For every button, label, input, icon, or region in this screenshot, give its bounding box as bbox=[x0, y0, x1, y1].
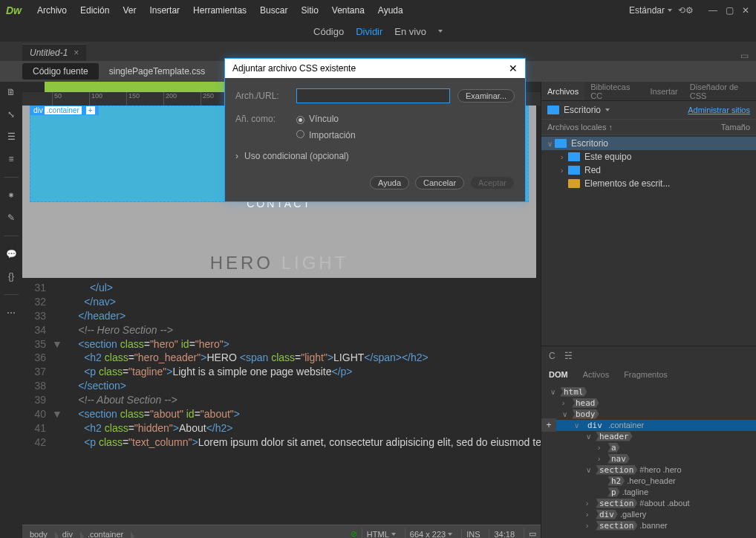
dom-tree-row[interactable]: ∨section #hero .hero bbox=[541, 464, 756, 476]
error-icon[interactable]: ⊘ bbox=[351, 529, 357, 538]
manage-sites-link[interactable]: Administrar sitios bbox=[688, 106, 750, 114]
crumb-container[interactable]: .container bbox=[80, 530, 131, 539]
sync-icon[interactable]: ⟲⚙ bbox=[678, 5, 694, 16]
code-icon[interactable]: ≡ bbox=[5, 153, 17, 165]
expand-icon[interactable]: ⤡ bbox=[5, 108, 17, 120]
workspace-selector[interactable]: Estándar bbox=[629, 5, 672, 16]
workspace-label: Estándar bbox=[629, 5, 665, 16]
overflow-icon[interactable]: ▭ bbox=[524, 528, 541, 538]
browse-button[interactable]: Examinar... bbox=[457, 89, 515, 103]
minimize-icon[interactable]: ― bbox=[708, 6, 717, 15]
document-tab[interactable]: Untitled-1 × bbox=[22, 44, 86, 61]
dialog-titlebar[interactable]: Adjuntar archivo CSS existente ✕ bbox=[225, 59, 525, 78]
refresh-icon[interactable]: C bbox=[549, 351, 555, 361]
menu-view[interactable]: Ver bbox=[116, 5, 143, 16]
add-node-icon[interactable]: + bbox=[541, 418, 556, 432]
dom-tree-row[interactable]: ∨header bbox=[541, 431, 756, 442]
crumb-div[interactable]: div bbox=[55, 530, 80, 539]
dom-tree-row[interactable]: +∨div .container bbox=[541, 420, 756, 431]
file-icon[interactable]: 🗎 bbox=[5, 86, 17, 98]
view-code[interactable]: Código bbox=[313, 26, 344, 37]
dom-tree-row[interactable]: p .tagline bbox=[541, 487, 756, 498]
chip-add-icon[interactable]: + bbox=[86, 106, 95, 114]
brush-icon[interactable]: ✎ bbox=[5, 212, 17, 224]
file-url-input[interactable] bbox=[296, 88, 450, 103]
tab-title: Untitled-1 bbox=[30, 48, 68, 58]
site-root-selector[interactable]: Escritorio Administrar sitios bbox=[541, 101, 756, 119]
tab-dom[interactable]: DOM bbox=[541, 370, 576, 379]
dom-tree-row[interactable]: ›nav bbox=[541, 453, 756, 464]
menu-tools[interactable]: Herramientas bbox=[186, 5, 253, 16]
view-split[interactable]: Dividir bbox=[356, 26, 382, 37]
menu-find[interactable]: Buscar bbox=[253, 5, 294, 16]
menu-site[interactable]: Sitio bbox=[294, 5, 325, 16]
dom-tree[interactable]: ∨html›head∨body+∨div .container∨header›a… bbox=[541, 383, 756, 539]
menu-insert[interactable]: Insertar bbox=[143, 5, 186, 16]
dom-tree-row[interactable]: ›a bbox=[541, 442, 756, 453]
insert-mode[interactable]: INS bbox=[461, 528, 484, 539]
cancel-button[interactable]: Cancelar bbox=[415, 176, 464, 189]
encoding-selector[interactable]: HTML bbox=[362, 528, 400, 539]
files-panel-tabs: Archivos Bibliotecas CC Insertar Diseñad… bbox=[541, 82, 756, 101]
label-file-url: Arch./URL: bbox=[235, 91, 289, 101]
menu-edit[interactable]: Edición bbox=[74, 5, 116, 16]
close-icon[interactable]: ✕ bbox=[741, 6, 750, 15]
dom-tree-row[interactable]: ∨html bbox=[541, 386, 756, 398]
close-tab-icon[interactable]: × bbox=[74, 48, 79, 58]
tab-assets[interactable]: Activos bbox=[576, 370, 616, 379]
folder-icon bbox=[547, 106, 559, 114]
col-local-files[interactable]: Archivos locales ↑ bbox=[547, 123, 721, 132]
tab-css[interactable]: Diseñador de CSS bbox=[684, 82, 756, 100]
conditional-label: Uso condicional (opcional) bbox=[244, 151, 349, 161]
dialog-close-icon[interactable]: ✕ bbox=[509, 62, 518, 74]
menu-file[interactable]: Archivo bbox=[30, 5, 74, 16]
list-icon[interactable]: ☰ bbox=[5, 131, 17, 143]
separator bbox=[4, 294, 19, 295]
file-tree-row[interactable]: Elementos de escrit... bbox=[541, 177, 756, 190]
file-tree-row[interactable]: ›Este equipo bbox=[541, 150, 756, 163]
tab-insert[interactable]: Insertar bbox=[644, 82, 683, 100]
comment-icon[interactable]: 💬 bbox=[5, 248, 17, 260]
dom-tree-row[interactable]: ›div .gallery bbox=[541, 509, 756, 520]
dom-tree-row[interactable]: ›section #about .about bbox=[541, 498, 756, 509]
more-icon[interactable]: ⋯ bbox=[5, 307, 17, 319]
left-toolbar: 🗎 ⤡ ☰ ≡ ⁕ ✎ 💬 {} ⋯ bbox=[0, 82, 22, 538]
radio-import-label: Importación bbox=[309, 130, 356, 140]
chevron-down-icon bbox=[605, 108, 610, 111]
col-size[interactable]: Tamaño bbox=[721, 123, 750, 132]
code-editor[interactable]: 31 </ul>32 </nav>33 </header>34 <!-- Her… bbox=[22, 278, 541, 525]
bracket-icon[interactable]: {} bbox=[5, 270, 17, 282]
radio-link[interactable] bbox=[296, 116, 304, 124]
dom-tree-row[interactable]: ›section .banner bbox=[541, 520, 756, 531]
radio-import[interactable] bbox=[296, 130, 304, 138]
tab-cc[interactable]: Bibliotecas CC bbox=[584, 82, 644, 100]
subtab-source[interactable]: Código fuente bbox=[22, 63, 99, 80]
dom-tree-row[interactable]: h2 .hero_header bbox=[541, 476, 756, 487]
dimensions-selector[interactable]: 664 x 223 bbox=[405, 528, 457, 539]
collapse-icon[interactable]: ☵ bbox=[564, 351, 573, 361]
chip-class: .container bbox=[45, 106, 82, 114]
menu-window[interactable]: Ventana bbox=[325, 5, 371, 16]
tab-overflow-icon[interactable]: ▭ bbox=[740, 51, 749, 61]
wand-icon[interactable]: ⁕ bbox=[5, 189, 17, 201]
dom-tree-row[interactable]: ›head bbox=[541, 398, 756, 409]
file-tree-row[interactable]: ›Red bbox=[541, 163, 756, 177]
file-tree-row[interactable]: ∨Escritorio bbox=[541, 137, 756, 150]
crumb-body[interactable]: body bbox=[22, 530, 55, 539]
element-selector-chip[interactable]: div .container + bbox=[30, 106, 99, 115]
subtab-css1[interactable]: singlePageTemplate.css bbox=[99, 63, 215, 80]
maximize-icon[interactable]: ▢ bbox=[725, 6, 734, 15]
app-logo: Dw bbox=[6, 4, 22, 16]
tab-snippets[interactable]: Fragmentos bbox=[616, 370, 675, 379]
root-label: Escritorio bbox=[564, 105, 601, 115]
menubar: Dw Archivo Edición Ver Insertar Herramie… bbox=[0, 0, 756, 21]
help-button[interactable]: Ayuda bbox=[370, 176, 409, 189]
chevron-down-icon[interactable] bbox=[438, 30, 443, 33]
view-live[interactable]: En vivo bbox=[394, 26, 426, 37]
file-tree[interactable]: ∨Escritorio›Este equipo›RedElementos de … bbox=[541, 135, 756, 192]
conditional-use-toggle[interactable]: › Uso condicional (opcional) bbox=[235, 151, 515, 161]
dom-tree-row[interactable]: ∨body bbox=[541, 409, 756, 420]
tab-files[interactable]: Archivos bbox=[541, 82, 584, 100]
ok-button[interactable]: Aceptar bbox=[470, 176, 515, 189]
menu-help[interactable]: Ayuda bbox=[371, 5, 410, 16]
